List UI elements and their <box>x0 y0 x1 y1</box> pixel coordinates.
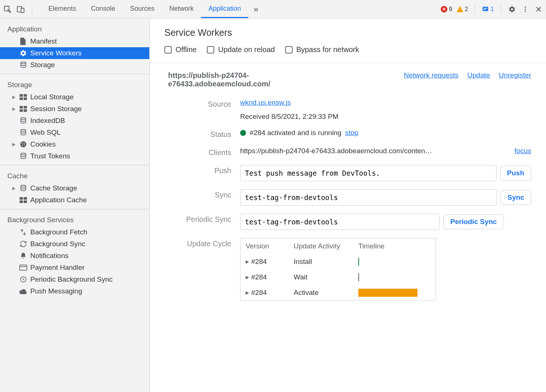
application-sidebar: Application Manifest Service Workers Sto… <box>0 18 150 392</box>
push-button[interactable]: Push <box>500 166 531 180</box>
sidebar-item-trust-tokens[interactable]: Trust Tokens <box>0 150 149 162</box>
update-cycle-table: Version Update Activity Timeline ▶#284 I… <box>240 238 436 301</box>
checkbox-icon <box>207 46 214 54</box>
sidebar-item-cache-storage[interactable]: ▶ Cache Storage <box>0 182 149 194</box>
offline-checkbox[interactable]: Offline <box>164 45 197 54</box>
device-toolbar-icon[interactable] <box>16 5 25 14</box>
warning-icon <box>457 6 463 12</box>
svg-point-24 <box>24 145 25 145</box>
tab-elements[interactable]: Elements <box>41 0 83 18</box>
svg-point-22 <box>24 143 24 144</box>
label-push: Push <box>168 165 240 175</box>
label-sync: Sync <box>168 189 240 199</box>
status-running-icon <box>240 130 246 136</box>
sidebar-header-cache: Cache <box>0 168 149 182</box>
sw-client-url: https://publish-p24704-e76433.adobeaemcl… <box>240 147 432 155</box>
chevron-right-icon: ▶ <box>246 275 249 280</box>
sidebar-item-payment-handler[interactable]: Payment Handler <box>0 262 149 274</box>
svg-point-25 <box>21 153 25 155</box>
issues-badge[interactable]: 1 <box>482 6 494 13</box>
sidebar-item-label: Background Fetch <box>30 228 87 236</box>
svg-rect-3 <box>483 7 488 11</box>
update-link[interactable]: Update <box>467 71 490 79</box>
settings-icon[interactable] <box>508 5 516 14</box>
chevron-right-icon: ▶ <box>246 290 249 295</box>
label-source: Source <box>168 99 240 109</box>
service-workers-panel: Service Workers Offline Update on reload… <box>150 18 546 392</box>
focus-link[interactable]: focus <box>515 147 531 155</box>
sidebar-item-background-fetch[interactable]: Background Fetch <box>0 226 149 238</box>
chevron-right-icon: ▶ <box>11 94 16 100</box>
tab-network[interactable]: Network <box>162 0 201 18</box>
sidebar-item-background-sync[interactable]: Background Sync <box>0 238 149 250</box>
sidebar-item-application-cache[interactable]: Application Cache <box>0 194 149 206</box>
tabs-overflow-icon[interactable]: » <box>248 0 263 18</box>
sidebar-item-storage[interactable]: Storage <box>0 59 149 71</box>
clock-icon <box>19 275 27 283</box>
kebab-menu-icon[interactable] <box>521 5 530 14</box>
sidebar-item-label: Storage <box>30 61 55 69</box>
database-icon <box>19 117 27 125</box>
sidebar-item-manifest[interactable]: Manifest <box>0 35 149 47</box>
error-icon: ✕ <box>441 6 447 13</box>
inspect-element-icon[interactable] <box>3 5 12 14</box>
sidebar-item-local-storage[interactable]: ▶ Local Storage <box>0 91 149 103</box>
sw-source-link[interactable]: wknd.us.ensw.js <box>240 99 291 106</box>
divider <box>475 4 475 14</box>
sidebar-item-push-messaging[interactable]: Push Messaging <box>0 285 149 297</box>
sidebar-header-bg: Background Services <box>0 212 149 226</box>
svg-rect-28 <box>24 197 27 200</box>
svg-point-23 <box>22 145 23 145</box>
gear-icon <box>19 49 27 57</box>
divider <box>32 4 32 14</box>
sync-input[interactable] <box>240 189 497 206</box>
svg-rect-12 <box>20 97 23 100</box>
sidebar-item-indexeddb[interactable]: IndexedDB <box>0 115 149 127</box>
sidebar-item-cookies[interactable]: ▶ Cookies <box>0 138 149 150</box>
unregister-link[interactable]: Unregister <box>499 71 531 79</box>
checkbox-icon <box>285 46 293 54</box>
sidebar-item-label: Push Messaging <box>30 287 82 295</box>
sync-button[interactable]: Sync <box>501 190 531 205</box>
uc-row[interactable]: ▶#284 Install <box>240 254 436 269</box>
sidebar-item-periodic-background-sync[interactable]: Periodic Background Sync <box>0 274 149 285</box>
bypass-for-network-checkbox[interactable]: Bypass for network <box>285 45 359 54</box>
sidebar-header-application: Application <box>0 21 149 35</box>
update-on-reload-checkbox[interactable]: Update on reload <box>207 45 274 54</box>
errors-badge[interactable]: ✕ 9 <box>441 6 452 13</box>
uc-activity: Wait <box>294 273 358 281</box>
divider <box>501 4 501 14</box>
sidebar-item-websql[interactable]: Web SQL <box>0 127 149 138</box>
svg-rect-4 <box>484 8 487 8</box>
uc-row[interactable]: ▶#284 Wait <box>240 269 436 285</box>
sidebar-item-service-workers[interactable]: Service Workers <box>0 47 149 59</box>
database-icon <box>19 61 27 69</box>
sidebar-item-label: Session Storage <box>30 105 82 113</box>
table-icon <box>19 93 27 101</box>
svg-rect-10 <box>20 94 23 97</box>
tab-sources[interactable]: Sources <box>123 0 162 18</box>
sidebar-section-background-services: Background Services Background Fetch Bac… <box>0 209 149 300</box>
uc-version: #284 <box>251 273 267 281</box>
periodic-sync-button[interactable]: Periodic Sync <box>443 214 504 229</box>
sidebar-item-session-storage[interactable]: ▶ Session Storage <box>0 103 149 115</box>
database-icon <box>19 184 27 192</box>
stop-link[interactable]: stop <box>345 129 358 137</box>
checkbox-icon <box>164 46 172 54</box>
svg-point-18 <box>21 118 25 120</box>
periodic-sync-input[interactable] <box>240 214 440 230</box>
push-input[interactable] <box>240 165 496 181</box>
page-title: Service Workers <box>164 27 531 38</box>
sidebar-item-label: Local Storage <box>30 93 74 101</box>
sidebar-item-notifications[interactable]: Notifications <box>0 250 149 262</box>
chevron-right-icon: ▶ <box>11 142 16 147</box>
sidebar-section-application: Application Manifest Service Workers Sto… <box>0 18 149 74</box>
network-requests-link[interactable]: Network requests <box>404 71 458 79</box>
svg-point-6 <box>525 6 526 7</box>
tab-application[interactable]: Application <box>201 0 248 18</box>
close-icon[interactable] <box>534 5 543 14</box>
sidebar-item-label: Cache Storage <box>30 184 77 192</box>
uc-row[interactable]: ▶#284 Activate <box>240 285 436 300</box>
tab-console[interactable]: Console <box>83 0 123 18</box>
warnings-badge[interactable]: 2 <box>457 6 468 13</box>
